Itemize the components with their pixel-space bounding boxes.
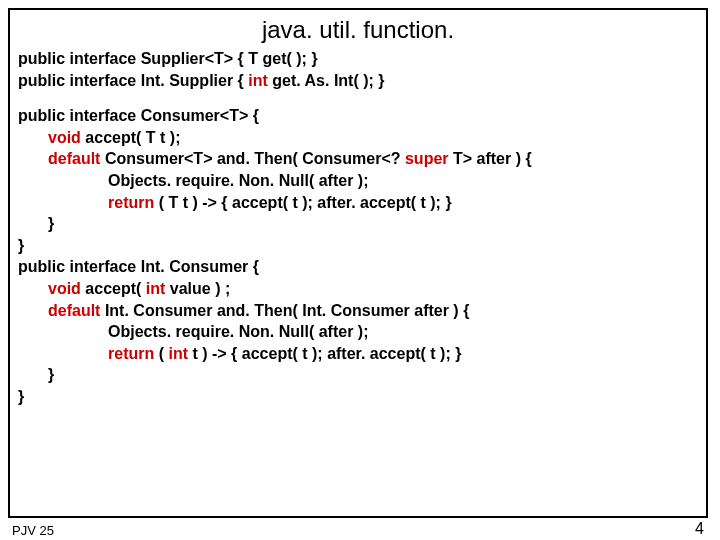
keyword: void xyxy=(48,129,81,146)
code-line: public interface Int. Supplier { int get… xyxy=(18,70,698,92)
code-line: Objects. require. Non. Null( after ); xyxy=(18,170,698,192)
text: public interface Int. Consumer { xyxy=(18,258,259,275)
code-line: return ( T t ) -> { accept( t ); after. … xyxy=(18,192,698,214)
text: accept( T t ); xyxy=(81,129,181,146)
code-line: } xyxy=(18,386,698,408)
text: accept( xyxy=(81,280,146,297)
text: ( T t ) -> { accept( t ); after. accept(… xyxy=(154,194,451,211)
keyword: return xyxy=(108,345,154,362)
code-line: void accept( int value ) ; xyxy=(18,278,698,300)
text: } xyxy=(48,366,54,383)
footer-right: 4 xyxy=(695,520,704,538)
text: Objects. require. Non. Null( after ); xyxy=(108,172,368,189)
keyword: default xyxy=(48,150,100,167)
keyword: return xyxy=(108,194,154,211)
code-line: } xyxy=(18,364,698,386)
text: public interface Consumer<T> { xyxy=(18,107,259,124)
keyword: super xyxy=(405,150,449,167)
text: value ) ; xyxy=(165,280,230,297)
text: public interface Int. Supplier { xyxy=(18,72,248,89)
text: t ) -> { accept( t ); after. accept( t )… xyxy=(188,345,461,362)
text: get. As. Int( ); } xyxy=(268,72,385,89)
text: } xyxy=(48,215,54,232)
keyword: default xyxy=(48,302,100,319)
code-line: } xyxy=(18,235,698,257)
code-line: return ( int t ) -> { accept( t ); after… xyxy=(18,343,698,365)
code-line: Objects. require. Non. Null( after ); xyxy=(18,321,698,343)
text: public interface Supplier<T> { T get( );… xyxy=(18,50,318,67)
code-line: public interface Consumer<T> { xyxy=(18,105,698,127)
text: Consumer<T> and. Then( Consumer<? xyxy=(100,150,405,167)
footer-left: PJV 25 xyxy=(12,523,54,538)
text: } xyxy=(18,388,24,405)
code-line: default Int. Consumer and. Then( Int. Co… xyxy=(18,300,698,322)
code-line: public interface Int. Consumer { xyxy=(18,256,698,278)
keyword: int xyxy=(248,72,268,89)
code-line: default Consumer<T> and. Then( Consumer<… xyxy=(18,148,698,170)
code-line: void accept( T t ); xyxy=(18,127,698,149)
slide-frame: java. util. function. public interface S… xyxy=(8,8,708,518)
keyword: void xyxy=(48,280,81,297)
code-line: public interface Supplier<T> { T get( );… xyxy=(18,48,698,70)
text: ( xyxy=(154,345,168,362)
text: T> after ) { xyxy=(449,150,532,167)
text: Objects. require. Non. Null( after ); xyxy=(108,323,368,340)
keyword: int xyxy=(168,345,188,362)
text: Int. Consumer and. Then( Int. Consumer a… xyxy=(100,302,469,319)
slide-title: java. util. function. xyxy=(18,16,698,44)
keyword: int xyxy=(146,280,166,297)
spacer xyxy=(18,91,698,105)
code-line: } xyxy=(18,213,698,235)
text: } xyxy=(18,237,24,254)
code-block: public interface Supplier<T> { T get( );… xyxy=(18,48,698,408)
